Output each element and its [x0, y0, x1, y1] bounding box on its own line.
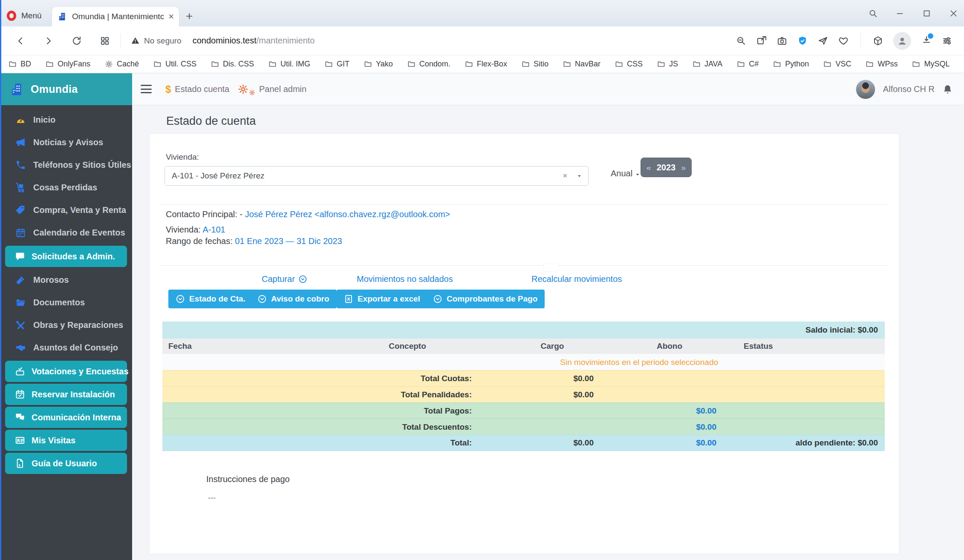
sidebar-item-asuntos-del-consejo[interactable]: Asuntos del Consejo — [0, 336, 132, 359]
sidebar-item-obras-y-reparaciones[interactable]: Obras y Reparaciones — [0, 314, 132, 336]
shield-check-icon[interactable] — [797, 36, 808, 46]
snapshot-camera-icon[interactable] — [777, 36, 787, 46]
window-minimize-icon[interactable] — [895, 9, 904, 18]
sidebar-item-calendario-de-eventos[interactable]: Calendario de Eventos — [0, 221, 132, 244]
downloads-button[interactable] — [921, 35, 932, 47]
bookmark-item[interactable]: Condom. — [407, 60, 450, 69]
folder-icon — [465, 60, 473, 68]
opera-logo-icon — [7, 11, 16, 21]
address-bar[interactable]: No seguro condominios.test/mantenimiento — [131, 36, 315, 46]
bookmark-item[interactable]: VSC — [823, 60, 851, 69]
sidebar-item-votaciones-y-encuestas[interactable]: Votaciones y Encuestas — [5, 361, 127, 382]
cell-label: Total Cuotas: — [324, 374, 491, 383]
browser-profile-button[interactable] — [893, 32, 911, 50]
hamburger-menu-icon[interactable] — [141, 83, 152, 95]
quick-link-recalcular-movimientos[interactable]: Recalcular movimientos — [531, 274, 622, 284]
bookmark-item[interactable]: JS — [657, 60, 678, 69]
quick-link-movimientos-no-saldados[interactable]: Movimientos no saldados — [357, 274, 453, 284]
main-content: Estado de cuenta Vivienda: A-101 - José … — [132, 105, 964, 560]
vivienda-select[interactable]: A-101 - José Pérez Pérez × — [165, 166, 589, 186]
topnav-estado-cuenta[interactable]: $ Estado cuenta — [165, 73, 229, 105]
sidebar-item-solicitudes-a-admin[interactable]: Solicitudes a Admin. — [5, 246, 127, 267]
sidebar-item-mis-visitas[interactable]: Mis Visitas — [5, 430, 127, 451]
folder-icon — [615, 60, 623, 68]
zoom-out-icon[interactable] — [736, 36, 746, 46]
folder-icon — [153, 60, 162, 68]
bookmark-item[interactable]: Flex-Box — [465, 60, 507, 69]
sidebar-item-gu-a-de-usuario[interactable]: Guía de Usuario — [5, 453, 127, 474]
column-header-estatus: Estatus — [725, 342, 885, 351]
quick-link-capturar[interactable]: Capturar — [262, 274, 307, 284]
button-comprobantes-de-pago[interactable]: Comprobantes de Pago — [426, 290, 545, 308]
sidebar-item-reservar-instalaci-n[interactable]: Reservar Instalación — [5, 384, 127, 405]
cell-abono: $0.00 — [614, 438, 725, 448]
user-name[interactable]: Alfonso CH R — [883, 84, 935, 94]
sidebar-item-compra-venta-y-renta[interactable]: Compra, Venta y Renta — [0, 199, 132, 221]
period-dropdown[interactable]: Anual — [611, 169, 640, 178]
bookmark-item[interactable]: Yako — [364, 60, 393, 69]
forward-icon[interactable] — [43, 36, 54, 46]
button-estado-de-cta[interactable]: Estado de Cta. — [168, 290, 253, 308]
next-year-button[interactable]: » — [681, 164, 686, 172]
sidebar-item-noticias-y-avisos[interactable]: Noticias y Avisos — [0, 131, 132, 154]
cell-label: Total Pagos: — [324, 406, 491, 416]
calendar-icon — [15, 227, 26, 238]
tab-close-icon[interactable]: × — [168, 12, 174, 21]
bookmark-item[interactable]: NavBar — [563, 60, 600, 69]
pinboard-icon[interactable] — [756, 36, 767, 46]
window-maximize-icon[interactable] — [922, 9, 931, 18]
bookmark-item[interactable]: GIT — [325, 60, 349, 69]
sidebar-item-comunicaci-n-interna[interactable]: Comunicación Interna — [5, 407, 127, 428]
bookmark-item[interactable]: WPss — [866, 60, 898, 69]
easy-setup-sliders-icon[interactable] — [942, 36, 952, 46]
security-chip[interactable]: No seguro — [131, 36, 182, 46]
contact-email-link[interactable]: José Pérez Pérez <alfonso.chavez.rgz@out… — [245, 210, 450, 219]
sidebar-item-morosos[interactable]: Morosos — [0, 269, 132, 291]
browser-tab[interactable]: Omundia | Mantenimiento × — [52, 7, 179, 26]
contact-range-value[interactable]: 01 Ene 2023 — 31 Dic 2023 — [235, 236, 342, 246]
clear-selection-icon[interactable]: × — [563, 172, 577, 180]
sidebar-item-tel-fonos-y-sitios-tiles[interactable]: Teléfonos y Sitios Útiles — [0, 154, 132, 176]
opera-menu-button[interactable]: Menú — [7, 6, 42, 26]
url-text[interactable]: condominios.test/mantenimiento — [193, 36, 315, 46]
bookmark-item[interactable]: Util. CSS — [153, 60, 196, 69]
excel-file-icon — [344, 294, 353, 304]
user-area: Alfonso CH R — [856, 73, 953, 105]
bookmark-item[interactable]: MySQL — [912, 60, 950, 69]
bookmark-item[interactable]: JAVA — [693, 60, 722, 69]
send-flow-icon[interactable] — [818, 36, 828, 46]
back-icon[interactable] — [15, 36, 26, 46]
sidebar-item-inicio[interactable]: Inicio — [0, 109, 132, 131]
bookmark-label: MySQL — [924, 60, 950, 69]
bookmark-label: Condom. — [419, 60, 450, 69]
sidebar-item-documentos[interactable]: Documentos — [0, 291, 132, 314]
bookmark-item[interactable]: Python — [773, 60, 809, 69]
bookmark-item[interactable]: Util. IMG — [268, 60, 310, 69]
instructions-body: --- — [208, 494, 216, 503]
bookmark-item[interactable]: Caché — [105, 60, 139, 69]
bookmark-item[interactable]: Sitio — [522, 60, 548, 69]
select-caret-icon[interactable] — [577, 173, 582, 179]
bookmark-item[interactable]: C# — [737, 60, 759, 69]
prev-year-button[interactable]: « — [647, 164, 651, 172]
brand-logo[interactable]: Omundia — [0, 73, 132, 105]
extensions-cube-icon[interactable] — [873, 36, 883, 46]
user-avatar[interactable] — [856, 80, 875, 99]
notifications-bell-icon[interactable] — [942, 84, 953, 95]
bookmark-item[interactable]: Dis. CSS — [211, 60, 254, 69]
nav-icons — [0, 36, 110, 46]
new-tab-button[interactable]: + — [186, 9, 193, 23]
bookmark-item[interactable]: OnlyFans — [46, 60, 90, 69]
button-exportar-a-excel[interactable]: Exportar a excel — [337, 290, 427, 308]
contact-vivienda-link[interactable]: A-101 — [202, 225, 225, 234]
reload-icon[interactable] — [72, 36, 82, 46]
bookmark-heart-icon[interactable] — [838, 36, 849, 46]
sidebar-item-cosas-perdidas[interactable]: Cosas Perdidas — [0, 176, 132, 199]
speed-dial-icon[interactable] — [100, 36, 110, 46]
bookmark-item[interactable]: BD — [9, 60, 31, 69]
bookmark-item[interactable]: CSS — [615, 60, 643, 69]
search-icon[interactable] — [869, 9, 877, 18]
button-aviso-de-cobro[interactable]: Aviso de cobro — [250, 290, 337, 308]
window-close-icon[interactable] — [949, 9, 958, 18]
topnav-panel-admin[interactable]: Panel admin — [238, 73, 306, 105]
